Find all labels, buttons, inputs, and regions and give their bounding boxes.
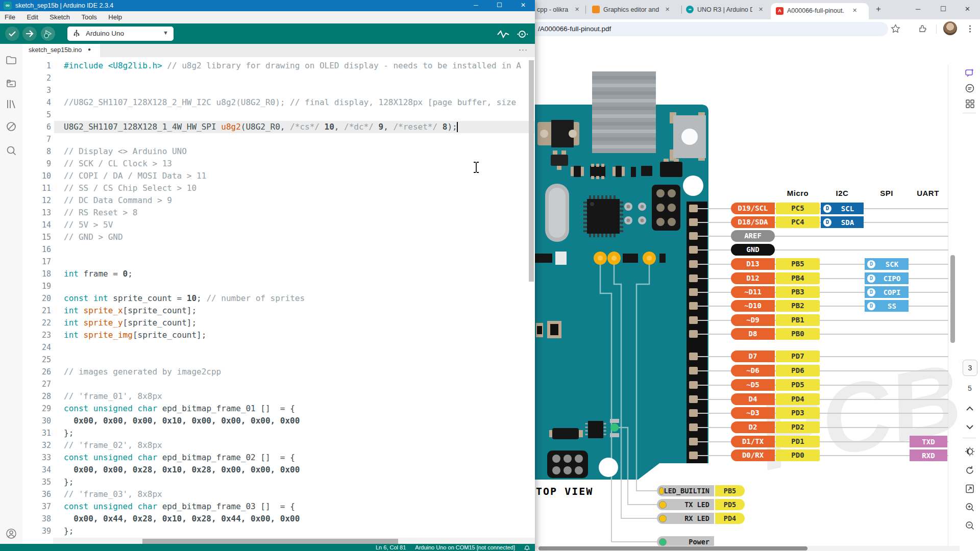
menu-tools[interactable]: Tools <box>77 11 101 23</box>
ide-minimize-button[interactable]: ─ <box>474 2 478 9</box>
port-pill: PD0 <box>776 449 820 461</box>
address-bar[interactable]: /A000066-full-pinout.pdf <box>528 22 888 36</box>
board-selector-dropdown[interactable]: Arduino Uno ▼ <box>67 27 174 41</box>
fit-page-icon[interactable] <box>965 484 975 494</box>
menu-sketch[interactable]: Sketch <box>45 11 75 23</box>
pin-label-pill: GND <box>731 244 775 256</box>
browser-tab-image2cpp[interactable]: cpp - olikra <box>537 6 570 13</box>
code-token: ; <box>128 269 133 279</box>
tab-separator <box>681 6 682 14</box>
debug-panel-icon[interactable] <box>5 120 17 133</box>
search-icon[interactable] <box>5 144 17 157</box>
code-token: int <box>64 269 79 279</box>
browser-tab-pdf-active[interactable]: A A000066-full-pinout. ✕ <box>771 3 869 19</box>
code-line: // Display <> Arduino UNO <box>64 145 187 158</box>
dark-mode-icon[interactable] <box>965 446 975 457</box>
next-page-icon[interactable] <box>965 422 975 432</box>
pdf-horizontal-scrollbar-track[interactable] <box>535 546 960 551</box>
ide-statusbar: Ln 6, Col 81 Arduino Uno on COM15 [not c… <box>0 544 535 551</box>
code-token: U8G2_SH1107_128X128_1_4W_HW_SPI <box>64 122 221 132</box>
browser-maximize-button[interactable]: ☐ <box>940 5 946 13</box>
mounting-hole <box>683 176 703 196</box>
browser-tab-arduino-docs[interactable]: UNO R3 | Arduino Do <box>697 6 752 13</box>
code-token: }; <box>64 477 74 487</box>
code-token <box>88 502 93 511</box>
port-pill: PC4 <box>776 216 820 228</box>
profile-avatar[interactable] <box>943 21 957 35</box>
ide-close-button[interactable]: ✕ <box>521 2 526 9</box>
rotate-page-icon[interactable] <box>965 465 975 475</box>
account-icon[interactable] <box>5 528 17 540</box>
upload-button[interactable] <box>22 27 37 41</box>
close-tab-icon[interactable]: ✕ <box>575 6 579 13</box>
menu-file[interactable]: File <box>0 11 20 23</box>
code-token: /*dc*/ <box>344 122 374 132</box>
current-page-input[interactable]: 3 <box>963 360 977 376</box>
boards-manager-icon[interactable] <box>5 78 17 90</box>
close-tab-icon[interactable]: ✕ <box>758 6 763 13</box>
sketchbook-folder-icon[interactable] <box>5 54 17 66</box>
code-token: const <box>64 502 88 511</box>
code-token <box>88 453 93 462</box>
tab-overflow-menu[interactable]: ··· <box>519 45 528 54</box>
port-pill: PB0 <box>776 328 820 340</box>
pdf-horizontal-scrollbar-thumb[interactable] <box>538 546 807 550</box>
serial-monitor-icon[interactable] <box>517 30 529 39</box>
zoom-out-icon[interactable] <box>965 520 975 531</box>
browser-menu-dots-icon[interactable] <box>965 24 975 34</box>
code-token: }; <box>64 526 74 536</box>
tab-sketch-sep15b[interactable]: sketch_sep15b.ino ● <box>22 44 100 57</box>
bus-label: SCK <box>875 260 909 268</box>
previous-page-icon[interactable] <box>965 404 975 414</box>
code-token: /*cs*/ <box>290 122 320 132</box>
arduino-app-icon: ∞ <box>4 2 12 10</box>
grid-tools-icon[interactable] <box>965 98 975 109</box>
led-icon <box>659 515 667 522</box>
new-tab-button[interactable]: + <box>876 4 881 14</box>
editor-horizontal-scrollbar-thumb[interactable] <box>142 539 398 544</box>
browser-minimize-button[interactable]: ─ <box>916 5 920 13</box>
bus-label: RXD <box>910 452 947 460</box>
ide-maximize-button[interactable]: ☐ <box>497 2 502 9</box>
digital-badge: D <box>867 302 875 310</box>
browser-tabstrip: cpp - olikra ✕ Graphics editor and i ✕ ∞… <box>535 0 980 19</box>
editor-vertical-scrollbar[interactable] <box>529 60 534 282</box>
led-label: LED_BUILTIN <box>664 487 714 495</box>
code-token: sprite_img <box>84 330 133 340</box>
menu-edit[interactable]: Edit <box>22 11 42 23</box>
library-manager-icon[interactable] <box>5 98 17 110</box>
summary-comment-icon[interactable] <box>965 83 975 93</box>
code-token <box>133 502 138 511</box>
browser-close-button[interactable]: ✕ <box>965 5 970 13</box>
check-icon <box>5 27 19 41</box>
bus-label: TXD <box>910 438 947 446</box>
close-tab-icon[interactable]: ✕ <box>665 6 670 13</box>
pdf-vertical-scrollbar[interactable] <box>950 255 955 343</box>
zoom-in-icon[interactable] <box>965 502 975 512</box>
pin-label-pill: D1/TX <box>731 436 775 447</box>
pin-label-pill: D0/RX <box>731 449 775 461</box>
code-line: // GND > GND <box>64 231 123 243</box>
ai-assistant-icon[interactable] <box>965 68 975 78</box>
debug-button[interactable] <box>41 27 55 41</box>
total-pages-label: 5 <box>960 384 980 392</box>
pin-label-pill: D8 <box>731 328 775 340</box>
code-token: char <box>138 404 158 413</box>
bookmark-star-icon[interactable] <box>891 24 900 34</box>
notification-bell-icon[interactable] <box>524 544 530 550</box>
acrobat-right-rail: 3 5 <box>960 65 980 546</box>
code-editor[interactable]: 1234567891011121314151617181920212223242… <box>22 57 535 544</box>
code-token: epd_bitmap_frame_02 [] = { <box>157 453 295 462</box>
code-token: // 'frame_02', 8x8px <box>64 440 162 450</box>
extensions-icon[interactable] <box>918 24 927 34</box>
menu-help[interactable]: Help <box>104 11 127 23</box>
pdf-page-content: PCBWay <box>535 65 980 546</box>
port-pill: PD7 <box>776 350 820 362</box>
editor-horizontal-scrollbar-track[interactable] <box>53 538 535 544</box>
code-token <box>64 465 74 474</box>
close-tab-icon[interactable]: ✕ <box>852 7 857 14</box>
i2c-pill: DSDA <box>821 216 864 228</box>
serial-plotter-icon[interactable] <box>497 30 509 38</box>
verify-button[interactable] <box>5 27 19 41</box>
browser-tab-graphics-editor[interactable]: Graphics editor and i <box>603 6 660 13</box>
